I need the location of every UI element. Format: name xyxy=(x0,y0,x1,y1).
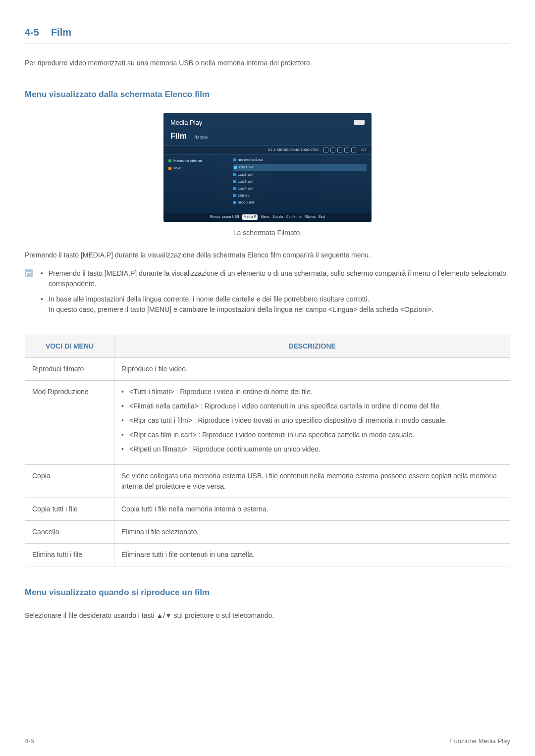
paragraph-mediap: Premendo il tasto [MEDIA.P] durante la v… xyxy=(25,250,510,260)
header-descrizione: DESCRIZIONE xyxy=(114,335,510,357)
shuffle-icon xyxy=(337,148,342,152)
section-number: 4-5 xyxy=(25,25,39,40)
ms-file-item: zoo1.avi xyxy=(233,164,367,171)
section-heading: 4-5 Film xyxy=(25,25,510,44)
menu-item-name: Copia xyxy=(25,464,114,498)
table-header-row: VOCI DI MENU DESCRIZIONE xyxy=(25,335,510,357)
note-item-2: In base alle impostazioni della lingua c… xyxy=(40,294,510,315)
table-row: Riproduci filmatoRiproduce i file video. xyxy=(25,357,510,380)
menu-item-name: Elimina tutti i file xyxy=(25,543,114,566)
table-row: CopiaSe viene collegata una memoria este… xyxy=(25,464,510,498)
note-icon xyxy=(25,269,33,277)
footer-section-name: Funzione Media Play xyxy=(450,736,510,746)
ms-info-bar: 51,6 MB/00:03:48/1000X768 2/7 xyxy=(163,145,372,155)
video-file-icon xyxy=(233,194,236,197)
ms-file-item: zoo4.avi xyxy=(233,186,367,192)
ms-file-item: star.avi xyxy=(233,193,367,199)
option-item: <Ripr cas film in cart> : Riproduce i vi… xyxy=(121,430,503,440)
video-file-icon xyxy=(233,158,236,161)
loop-icon xyxy=(351,148,356,152)
note-list: Premendo il tasto [MEDIA.P] durante la v… xyxy=(40,268,510,320)
menu-item-name: Riproduci filmato xyxy=(25,357,114,380)
menu-item-description: Se viene collegata una memoria esterna U… xyxy=(114,464,510,498)
ms-footer-item: Media P xyxy=(242,214,258,220)
ms-file-name: moon.avi xyxy=(238,200,254,205)
menu-item-name: Mod Riproduzione xyxy=(25,380,114,464)
usb-source-icon xyxy=(168,167,171,170)
option-item: <Tutti i filmati> : Riproduce i video in… xyxy=(121,387,503,397)
ms-source-label: USB xyxy=(173,165,181,171)
note-item-2a: In base alle impostazioni della lingua c… xyxy=(49,295,369,303)
ms-source-list: Memoria internaUSB xyxy=(163,155,228,209)
ms-tab-path: /Movie xyxy=(195,135,208,140)
table-row: CancellaElimina il file selezionato. xyxy=(25,520,510,543)
repeat-one-icon xyxy=(330,148,335,152)
ms-playback-icons xyxy=(323,147,356,153)
screenshot-caption: La schermata Filmato. xyxy=(25,228,510,238)
ms-tab-row: Film /Movie xyxy=(163,129,372,145)
ms-file-item: zoo3.avi xyxy=(233,179,367,185)
section-title: Film xyxy=(51,25,71,40)
video-file-icon xyxy=(233,201,236,204)
ms-source-label: Memoria interna xyxy=(173,158,202,164)
ms-source-item: Memoria interna xyxy=(168,158,223,164)
internal-memory-icon xyxy=(168,159,171,162)
ms-page-indicator: 2/7 xyxy=(361,147,367,153)
ms-footer-item: Sposta xyxy=(272,214,283,220)
page-footer: 4-5 Funzione Media Play xyxy=(25,730,510,746)
usb-icon xyxy=(354,120,365,125)
ms-file-name: moviestar1.avi xyxy=(238,157,264,163)
shuffle-folder-icon xyxy=(344,148,349,152)
menu-item-name: Copia tutti i file xyxy=(25,498,114,520)
ms-footer-item: Conferma xyxy=(286,214,302,220)
ms-file-name: zoo3.avi xyxy=(238,179,253,185)
intro-paragraph: Per riprodurre video memorizzati su una … xyxy=(25,58,510,68)
ms-header: Media Play xyxy=(163,113,372,130)
option-list: <Tutti i filmati> : Riproduce i video in… xyxy=(121,387,503,454)
footer-page-num: 4-5 xyxy=(25,736,34,746)
video-file-icon xyxy=(234,166,237,169)
table-row: Mod Riproduzione<Tutti i filmati> : Ripr… xyxy=(25,380,510,464)
ms-footer-item: Ritorno xyxy=(305,214,316,220)
ms-footer-item: Menu xyxy=(261,214,269,220)
option-item: <Filmati nella cartella> : Riproduce i v… xyxy=(121,401,503,411)
ms-header-title: Media Play xyxy=(170,118,202,128)
ms-file-name: zoo4.avi xyxy=(238,186,253,192)
menu-item-description: Eliminare tutti i file contenuti in una … xyxy=(114,543,510,566)
video-file-icon xyxy=(233,180,236,183)
menu-item-description: <Tutti i filmati> : Riproduce i video in… xyxy=(114,380,510,464)
video-file-icon xyxy=(233,187,236,190)
ms-footer-item: Rimuo. sicura USB xyxy=(210,214,239,220)
menu-options-table: VOCI DI MENU DESCRIZIONE Riproduci filma… xyxy=(25,335,510,566)
option-item: <Ripeti un filmato> : Riproduce continua… xyxy=(121,444,503,454)
subheading-list-menu: Menu visualizzato dalla schermata Elenco… xyxy=(25,88,510,101)
note-item-1: Premendo il tasto [MEDIA.P] durante la v… xyxy=(40,268,510,289)
ms-body: Memoria internaUSB moviestar1.avizoo1.av… xyxy=(163,155,372,209)
menu-item-name: Cancella xyxy=(25,520,114,543)
ms-file-item: moon.avi xyxy=(233,200,367,205)
menu-item-description: Copia tutti i file nella memoria interna… xyxy=(114,498,510,520)
menu-item-description: Elimina il file selezionato. xyxy=(114,520,510,543)
note-item-2b: In questo caso, premere il tasto [MENU] … xyxy=(49,305,433,313)
media-play-screenshot: Media Play Film /Movie 51,6 MB/00:03:48/… xyxy=(163,113,372,222)
ms-tab-film: Film xyxy=(170,132,187,140)
ms-file-name: zoo2.avi xyxy=(238,172,253,178)
ms-file-list: moviestar1.avizoo1.avizoo2.avizoo3.avizo… xyxy=(228,155,372,209)
menu-item-description: Riproduce i file video. xyxy=(114,357,510,380)
ms-info-text: 51,6 MB/00:03:48/1000X768 xyxy=(268,147,319,153)
ms-file-item: moviestar1.avi xyxy=(233,157,367,163)
ms-footer-bar: Rimuo. sicura USBMedia PMenuSpostaConfer… xyxy=(163,213,372,222)
ms-footer-item: Esci xyxy=(319,214,325,220)
ms-file-name: star.avi xyxy=(238,193,250,199)
header-voci-menu: VOCI DI MENU xyxy=(25,335,114,357)
video-file-icon xyxy=(233,173,236,176)
ms-file-name: zoo1.avi xyxy=(239,164,254,170)
option-item: <Ripr cas tutti i film> : Riproduce i vi… xyxy=(121,415,503,426)
table-row: Elimina tutti i fileEliminare tutti i fi… xyxy=(25,543,510,566)
ms-source-item: USB xyxy=(168,165,223,171)
ms-file-item: zoo2.avi xyxy=(233,172,367,178)
info-note-block: Premendo il tasto [MEDIA.P] durante la v… xyxy=(25,268,510,320)
repeat-icon xyxy=(323,148,328,152)
table-row: Copia tutti i fileCopia tutti i file nel… xyxy=(25,498,510,520)
paragraph-select-file: Selezionare il file desiderato usando i … xyxy=(25,610,510,621)
